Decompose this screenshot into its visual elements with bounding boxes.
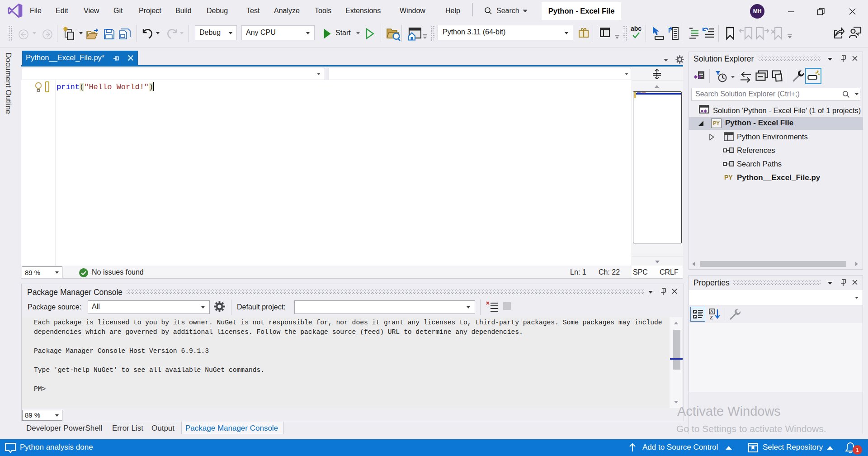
svg-text:Z: Z bbox=[710, 315, 713, 320]
svg-text:A: A bbox=[710, 309, 713, 314]
